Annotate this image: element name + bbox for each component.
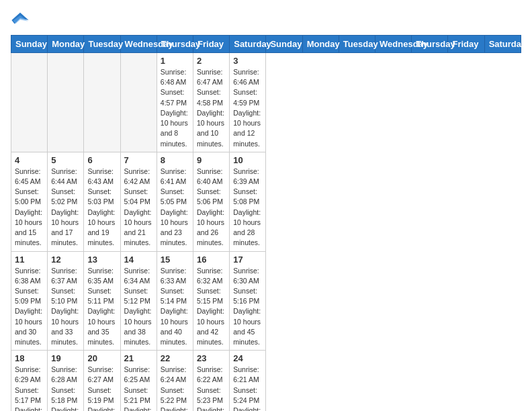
calendar-cell: 4Sunrise: 6:45 AM Sunset: 5:00 PM Daylig… — [11, 152, 48, 251]
calendar-cell: 7Sunrise: 6:42 AM Sunset: 5:04 PM Daylig… — [120, 152, 157, 251]
day-info: Sunrise: 6:42 AM Sunset: 5:04 PM Dayligh… — [124, 167, 153, 248]
calendar-cell: 22Sunrise: 6:24 AM Sunset: 5:22 PM Dayli… — [157, 351, 193, 411]
day-of-week-header: Sunday — [11, 36, 48, 53]
calendar-week-row: 11Sunrise: 6:38 AM Sunset: 5:09 PM Dayli… — [11, 251, 521, 351]
day-number: 19 — [51, 353, 80, 363]
calendar-body: 1Sunrise: 6:48 AM Sunset: 4:57 PM Daylig… — [11, 53, 521, 412]
calendar-cell: 8Sunrise: 6:41 AM Sunset: 5:05 PM Daylig… — [157, 152, 193, 251]
day-number: 11 — [15, 255, 44, 265]
calendar-cell — [11, 53, 48, 152]
day-of-week-header: Saturday — [230, 36, 266, 53]
calendar-cell: 6Sunrise: 6:43 AM Sunset: 5:03 PM Daylig… — [84, 152, 120, 251]
day-info: Sunrise: 6:48 AM Sunset: 4:57 PM Dayligh… — [161, 67, 189, 149]
day-number: 21 — [124, 353, 153, 363]
calendar-cell: 17Sunrise: 6:30 AM Sunset: 5:16 PM Dayli… — [230, 251, 266, 351]
calendar-week-row: 1Sunrise: 6:48 AM Sunset: 4:57 PM Daylig… — [11, 53, 521, 152]
day-of-week-header: Thursday — [412, 36, 448, 53]
day-of-week-header: Tuesday — [84, 36, 120, 53]
calendar-cell: 18Sunrise: 6:29 AM Sunset: 5:17 PM Dayli… — [11, 351, 48, 411]
day-number: 3 — [233, 56, 262, 66]
day-of-week-header: Monday — [302, 36, 339, 53]
day-info: Sunrise: 6:44 AM Sunset: 5:02 PM Dayligh… — [51, 167, 80, 248]
day-number: 5 — [51, 155, 80, 165]
calendar-week-row: 4Sunrise: 6:45 AM Sunset: 5:00 PM Daylig… — [11, 152, 521, 251]
day-number: 4 — [15, 155, 44, 165]
day-info: Sunrise: 6:46 AM Sunset: 4:59 PM Dayligh… — [233, 67, 262, 149]
day-of-week-header: Thursday — [157, 36, 193, 53]
day-info: Sunrise: 6:30 AM Sunset: 5:16 PM Dayligh… — [233, 266, 262, 348]
day-number: 18 — [15, 353, 44, 363]
day-info: Sunrise: 6:47 AM Sunset: 4:58 PM Dayligh… — [197, 67, 226, 149]
day-info: Sunrise: 6:27 AM Sunset: 5:19 PM Dayligh… — [87, 365, 116, 411]
day-number: 12 — [51, 255, 80, 265]
calendar-cell: 1Sunrise: 6:48 AM Sunset: 4:57 PM Daylig… — [157, 53, 193, 152]
svg-marker-1 — [13, 15, 28, 24]
day-of-week-header: Monday — [48, 36, 84, 53]
calendar-cell: 24Sunrise: 6:21 AM Sunset: 5:24 PM Dayli… — [230, 351, 266, 411]
day-info: Sunrise: 6:35 AM Sunset: 5:11 PM Dayligh… — [87, 266, 116, 348]
day-number: 1 — [161, 56, 189, 66]
day-info: Sunrise: 6:24 AM Sunset: 5:22 PM Dayligh… — [161, 365, 189, 411]
day-number: 23 — [197, 353, 226, 363]
day-number: 15 — [161, 255, 189, 265]
day-of-week-header: Wednesday — [120, 36, 157, 53]
calendar-cell: 13Sunrise: 6:35 AM Sunset: 5:11 PM Dayli… — [84, 251, 120, 351]
day-of-week-header: Tuesday — [339, 36, 375, 53]
calendar-cell: 10Sunrise: 6:39 AM Sunset: 5:08 PM Dayli… — [230, 152, 266, 251]
calendar-cell: 15Sunrise: 6:33 AM Sunset: 5:14 PM Dayli… — [157, 251, 193, 351]
day-info: Sunrise: 6:29 AM Sunset: 5:17 PM Dayligh… — [15, 365, 44, 411]
day-of-week-header: Saturday — [484, 36, 521, 53]
day-info: Sunrise: 6:40 AM Sunset: 5:06 PM Dayligh… — [197, 167, 226, 248]
day-number: 17 — [233, 255, 262, 265]
calendar-cell: 5Sunrise: 6:44 AM Sunset: 5:02 PM Daylig… — [48, 152, 84, 251]
calendar-cell — [48, 53, 84, 152]
day-info: Sunrise: 6:28 AM Sunset: 5:18 PM Dayligh… — [51, 365, 80, 411]
logo-bird-icon — [11, 11, 30, 30]
calendar-cell: 3Sunrise: 6:46 AM Sunset: 4:59 PM Daylig… — [230, 53, 266, 152]
day-of-week-header: Friday — [448, 36, 484, 53]
calendar-week-row: 18Sunrise: 6:29 AM Sunset: 5:17 PM Dayli… — [11, 351, 521, 411]
day-info: Sunrise: 6:41 AM Sunset: 5:05 PM Dayligh… — [161, 167, 189, 248]
day-info: Sunrise: 6:22 AM Sunset: 5:23 PM Dayligh… — [197, 365, 226, 411]
calendar-header: SundayMondayTuesdayWednesdayThursdayFrid… — [11, 36, 521, 53]
day-number: 7 — [124, 155, 153, 165]
day-info: Sunrise: 6:32 AM Sunset: 5:15 PM Dayligh… — [197, 266, 226, 348]
calendar-cell: 9Sunrise: 6:40 AM Sunset: 5:06 PM Daylig… — [193, 152, 230, 251]
day-number: 9 — [197, 155, 226, 165]
day-info: Sunrise: 6:33 AM Sunset: 5:14 PM Dayligh… — [161, 266, 189, 348]
day-of-week-header: Wednesday — [375, 36, 412, 53]
calendar-cell: 21Sunrise: 6:25 AM Sunset: 5:21 PM Dayli… — [120, 351, 157, 411]
day-number: 14 — [124, 255, 153, 265]
day-number: 13 — [87, 255, 116, 265]
page-header — [11, 11, 521, 30]
logo — [11, 11, 32, 30]
day-info: Sunrise: 6:43 AM Sunset: 5:03 PM Dayligh… — [87, 167, 116, 248]
day-number: 20 — [87, 353, 116, 363]
day-number: 10 — [233, 155, 262, 165]
day-info: Sunrise: 6:37 AM Sunset: 5:10 PM Dayligh… — [51, 266, 80, 348]
calendar-cell: 2Sunrise: 6:47 AM Sunset: 4:58 PM Daylig… — [193, 53, 230, 152]
day-info: Sunrise: 6:38 AM Sunset: 5:09 PM Dayligh… — [15, 266, 44, 348]
calendar-cell: 19Sunrise: 6:28 AM Sunset: 5:18 PM Dayli… — [48, 351, 84, 411]
day-of-week-header: Sunday — [266, 36, 302, 53]
day-number: 2 — [197, 56, 226, 66]
calendar-table: SundayMondayTuesdayWednesdayThursdayFrid… — [11, 35, 521, 411]
calendar-cell: 14Sunrise: 6:34 AM Sunset: 5:12 PM Dayli… — [120, 251, 157, 351]
day-number: 8 — [161, 155, 189, 165]
day-info: Sunrise: 6:25 AM Sunset: 5:21 PM Dayligh… — [124, 365, 153, 411]
day-info: Sunrise: 6:39 AM Sunset: 5:08 PM Dayligh… — [233, 167, 262, 248]
calendar-cell: 20Sunrise: 6:27 AM Sunset: 5:19 PM Dayli… — [84, 351, 120, 411]
day-info: Sunrise: 6:34 AM Sunset: 5:12 PM Dayligh… — [124, 266, 153, 348]
day-number: 22 — [161, 353, 189, 363]
calendar-cell — [84, 53, 120, 152]
calendar-cell: 16Sunrise: 6:32 AM Sunset: 5:15 PM Dayli… — [193, 251, 230, 351]
calendar-cell: 23Sunrise: 6:22 AM Sunset: 5:23 PM Dayli… — [193, 351, 230, 411]
day-number: 24 — [233, 353, 262, 363]
day-of-week-header: Friday — [193, 36, 230, 53]
calendar-cell: 11Sunrise: 6:38 AM Sunset: 5:09 PM Dayli… — [11, 251, 48, 351]
day-number: 16 — [197, 255, 226, 265]
day-info: Sunrise: 6:21 AM Sunset: 5:24 PM Dayligh… — [233, 365, 262, 411]
calendar-cell — [120, 53, 157, 152]
header-row: SundayMondayTuesdayWednesdayThursdayFrid… — [11, 36, 521, 53]
day-number: 6 — [87, 155, 116, 165]
